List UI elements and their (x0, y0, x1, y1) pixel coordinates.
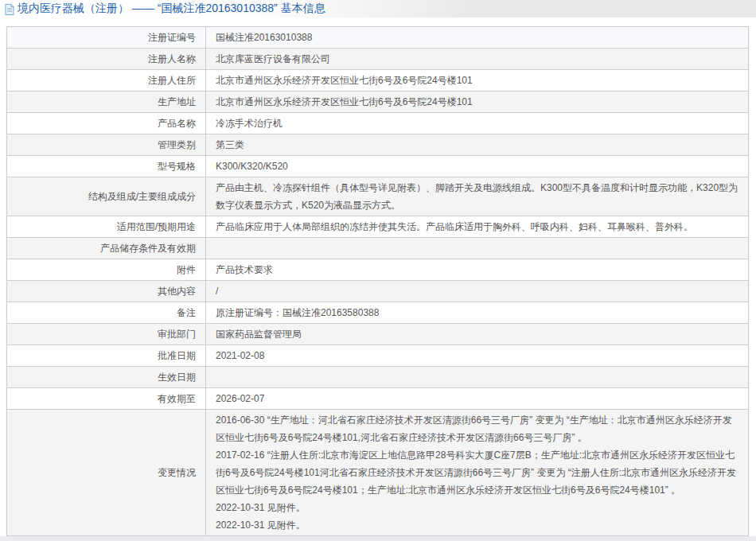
table-row: 其他内容/ (7, 281, 749, 302)
table-row: 注册人名称北京库蓝医疗设备有限公司 (7, 49, 749, 70)
page-title-bar: 境内医疗器械（注册） —— “国械注准20163010388” 基本信息 (0, 0, 756, 18)
row-value: 北京库蓝医疗设备有限公司 (206, 49, 749, 70)
row-value (206, 238, 749, 259)
row-label: 其他内容 (7, 281, 206, 302)
row-label: 审批部门 (7, 324, 206, 345)
table-row: 注册人住所北京市通州区永乐经济开发区恒业七街6号及6号院24号楼101 (7, 70, 749, 91)
row-value: 产品临床应用于人体局部组织的冻结并使其失活。产品临床适用于胸外科、呼吸内科、妇科… (206, 216, 749, 238)
table-row: 产品名称冷冻手术治疗机 (7, 113, 749, 134)
table-row: 变更情况2016-06-30 “生产地址：河北省石家庄经济技术开发区清源街66号… (7, 410, 749, 536)
table-row: 附件产品技术要求 (7, 259, 749, 281)
table-row: 管理类别第三类 (7, 134, 749, 156)
row-value: 2026-02-07 (206, 388, 749, 410)
info-table: 注册证编号国械注准20163010388注册人名称北京库蓝医疗设备有限公司注册人… (6, 26, 749, 541)
row-value: 冷冻手术治疗机 (206, 113, 749, 134)
row-label: 管理类别 (7, 134, 206, 156)
table-row: 适用范围/预期用途产品临床应用于人体局部组织的冻结并使其失活。产品临床适用于胸外… (7, 216, 749, 238)
row-label: 结构及组成/主要组成成分 (7, 177, 206, 216)
row-value: 国械注准20163010388 (206, 27, 749, 49)
table-row: 产品储存条件及有效期 (7, 238, 749, 259)
row-value: 北京市通州区永乐经济开发区恒业七街6号及6号院24号楼101 (206, 70, 749, 91)
row-value: / (206, 281, 749, 302)
page-title: 境内医疗器械（注册） —— “国械注准20163010388” 基本信息 (18, 2, 325, 16)
row-value: 北京市通州区永乐经济开发区恒业七街6号及6号院24号楼101 (206, 91, 749, 113)
table-row: 审批部门国家药品监督管理局 (7, 324, 749, 345)
table-row: 生产地址北京市通州区永乐经济开发区恒业七街6号及6号院24号楼101 (7, 91, 749, 113)
row-value: K300/K320/K520 (206, 156, 749, 177)
row-label: 生效日期 (7, 367, 206, 388)
info-table-body: 注册证编号国械注准20163010388注册人名称北京库蓝医疗设备有限公司注册人… (7, 27, 749, 541)
row-label: 产品名称 (7, 113, 206, 134)
row-label: 注册证编号 (7, 27, 206, 49)
row-label: 生产地址 (7, 91, 206, 113)
row-label: 附件 (7, 259, 206, 281)
change-record-line: 2022-10-31 见附件。 (216, 499, 738, 516)
table-row: 备注原注册证编号：国械注准20163580388 (7, 302, 749, 324)
row-label: 备注 (7, 302, 206, 324)
table-row: 有效期至2026-02-07 (7, 388, 749, 410)
row-label: 变更情况 (7, 410, 206, 536)
row-value: 第三类 (206, 134, 749, 156)
row-label: 型号规格 (7, 156, 206, 177)
row-value: 原注册证编号：国械注准20163580388 (206, 302, 749, 324)
table-row: 注册证编号国械注准20163010388 (7, 27, 749, 49)
table-row: 结构及组成/主要组成成分产品由主机、冷冻探针组件（具体型号详见附表）、脚踏开关及… (7, 177, 749, 216)
row-value: 2021-02-08 (206, 345, 749, 367)
row-value: 产品技术要求 (206, 259, 749, 281)
row-value: 产品由主机、冷冻探针组件（具体型号详见附表）、脚踏开关及电源线组成。K300型不… (206, 177, 749, 216)
table-row: 批准日期2021-02-08 (7, 345, 749, 367)
document-icon (5, 4, 14, 15)
change-record-line: 2017-02-16 “注册人住所:北京市海淀区上地信息路甲28号科实大厦C座7… (216, 446, 738, 499)
row-label: 批准日期 (7, 345, 206, 367)
row-label: 产品储存条件及有效期 (7, 238, 206, 259)
change-record-line: 2016-06-30 “生产地址：河北省石家庄经济技术开发区清源街66号三号厂房… (216, 411, 738, 446)
change-record-line: 2022-10-31 见附件。 (216, 516, 738, 534)
row-value: 国家药品监督管理局 (206, 324, 749, 345)
row-label: 注册人住所 (7, 70, 206, 91)
page-bottom-strip (0, 536, 756, 541)
table-row: 生效日期 (7, 367, 749, 388)
row-value (206, 367, 749, 388)
table-row: 型号规格K300/K320/K520 (7, 156, 749, 177)
row-value: 2016-06-30 “生产地址：河北省石家庄经济技术开发区清源街66号三号厂房… (206, 410, 749, 536)
row-label: 注册人名称 (7, 49, 206, 70)
row-label: 有效期至 (7, 388, 206, 410)
row-label: 适用范围/预期用途 (7, 216, 206, 238)
